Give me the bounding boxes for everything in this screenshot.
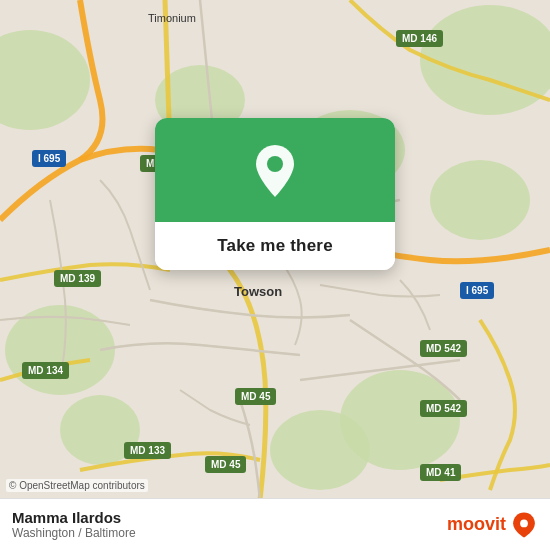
badge-md146: MD 146 [396, 30, 443, 47]
badge-md133: MD 133 [124, 442, 171, 459]
svg-point-10 [267, 156, 283, 172]
badge-md45-bottom: MD 45 [205, 456, 246, 473]
badge-md45-lower: MD 45 [235, 388, 276, 405]
badge-i695-west: I 695 [32, 150, 66, 167]
moovit-icon [510, 511, 538, 539]
map-label-towson: Towson [234, 284, 282, 299]
bottom-bar: Mamma Ilardos Washington / Baltimore moo… [0, 498, 550, 550]
svg-point-11 [520, 519, 528, 527]
popup-card: Take me there [155, 118, 395, 270]
svg-point-7 [270, 410, 370, 490]
location-pin-icon [249, 146, 301, 198]
place-name: Mamma Ilardos [12, 509, 136, 526]
badge-md134: MD 134 [22, 362, 69, 379]
badge-md542-lower: MD 542 [420, 400, 467, 417]
popup-map-section [155, 118, 395, 222]
place-subtitle: Washington / Baltimore [12, 526, 136, 540]
svg-point-3 [430, 160, 530, 240]
moovit-text: moovit [447, 514, 506, 535]
map-attribution: © OpenStreetMap contributors [6, 479, 148, 492]
badge-md542-upper: MD 542 [420, 340, 467, 357]
badge-md139: MD 139 [54, 270, 101, 287]
take-me-there-button[interactable]: Take me there [155, 222, 395, 270]
map-container: Timonium Towson MD 146 MD 45 I 695 I 695… [0, 0, 550, 550]
bottom-bar-info: Mamma Ilardos Washington / Baltimore [12, 509, 136, 540]
map-label-timonium: Timonium [148, 12, 196, 24]
badge-md41: MD 41 [420, 464, 461, 481]
badge-i695-east: I 695 [460, 282, 494, 299]
moovit-logo[interactable]: moovit [447, 511, 538, 539]
